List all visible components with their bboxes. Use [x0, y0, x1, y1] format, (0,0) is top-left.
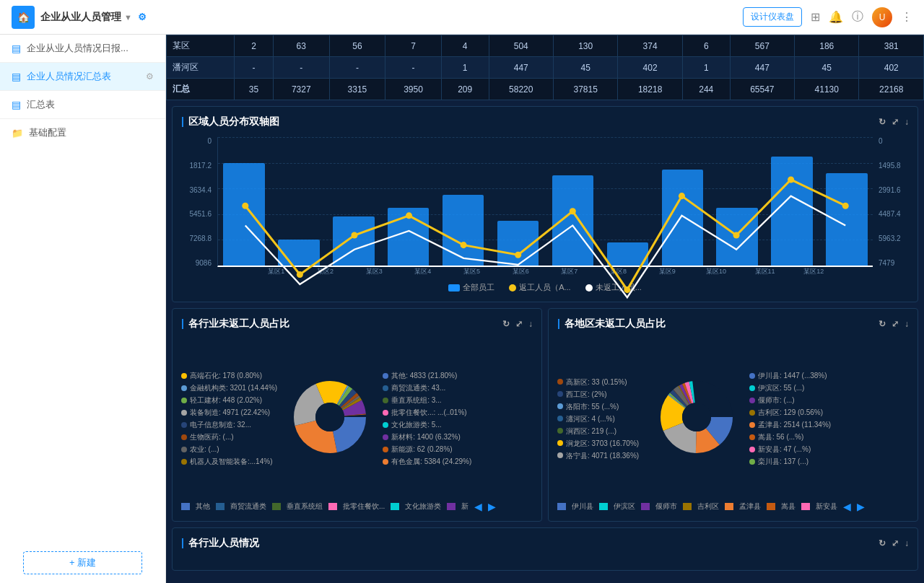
bar	[443, 195, 484, 266]
expand-icon[interactable]: ⤢	[892, 319, 899, 329]
download-icon[interactable]: ↓	[905, 319, 909, 329]
pie-legend-right-2: 伊川县: 1447 (...38%) 伊滨区: 55 (...) 偃师市: (.…	[749, 369, 831, 468]
legend-item: 装备制造: 4971 (22.42%)	[181, 406, 277, 418]
table-row-total: 汇总 3573273315395020958220 37815182182446…	[167, 79, 924, 100]
item-settings-icon[interactable]: ⚙	[146, 71, 154, 82]
more-icon[interactable]: ⋮	[901, 10, 912, 24]
legend-dot	[509, 284, 516, 292]
chart-action-icons: ↻ ⤢ ↓	[502, 319, 533, 329]
refresh-icon[interactable]: ↻	[502, 319, 510, 329]
folder-icon: 📁	[12, 128, 23, 139]
industry-pie-container: 各行业未返工人员占比 ↻ ⤢ ↓ 高端石化: 178 (0.80%) 金融机构类…	[172, 308, 542, 522]
svg-point-3	[682, 403, 711, 431]
legend-item: 文化旅游类: 5...	[383, 418, 471, 431]
sidebar-item-daily-report[interactable]: ▤ 企业从业人员情况日报...	[0, 35, 165, 63]
legend-item: 洛宁县: 4071 (18.36%)	[557, 450, 644, 462]
svg-point-1	[315, 403, 344, 431]
table-view-icon[interactable]: ⊞	[811, 10, 820, 24]
data-table: 某区 2635674504 1303746567186381 潘河区 ----1…	[166, 35, 924, 100]
bar-group	[547, 137, 599, 266]
industry-pie-title: 各行业未返工人员占比 ↻ ⤢ ↓	[181, 317, 533, 330]
legend-item: 瀍河区: 4 (...%)	[557, 413, 644, 425]
table-icon: ▤	[12, 71, 21, 82]
legend-item: 栾川县: 137 (...)	[749, 455, 831, 468]
bar	[223, 163, 265, 266]
refresh-icon[interactable]: ↻	[879, 319, 886, 329]
legend-item: 生物医药: (...)	[181, 431, 277, 443]
help-icon[interactable]: ⓘ	[852, 9, 863, 25]
legend-color	[448, 284, 460, 292]
sidebar-bottom: + 新建	[0, 534, 165, 583]
dropdown-icon[interactable]: ▼	[124, 13, 132, 22]
bar	[607, 242, 649, 266]
expand-icon[interactable]: ⤢	[515, 319, 523, 329]
bar	[333, 216, 375, 266]
legend-item: 电子信息制造: 32...	[181, 418, 277, 431]
legend-item: 涧西区: 219 (...)	[557, 425, 644, 437]
legend-item: 农业: (...)	[181, 443, 277, 455]
legend-scroll-right-2[interactable]: ▶	[857, 501, 865, 512]
avatar[interactable]: U	[872, 7, 892, 27]
home-button[interactable]: 🏠	[12, 6, 35, 29]
pie-svg-wrapper	[283, 370, 377, 467]
industry-pie-area: 高端石化: 178 (0.80%) 金融机构类: 3201 (14.44%) 轻…	[181, 339, 533, 498]
bar	[278, 240, 320, 266]
legend-color	[272, 503, 281, 510]
bars-area	[217, 137, 873, 267]
main-layout: ▤ 企业从业人员情况日报... ▤ 企业人员情况汇总表 ⚙ ▤ 汇总表 📁 基础…	[0, 35, 924, 583]
x-label: 某区4	[400, 267, 446, 276]
legend-scroll-right[interactable]: ▶	[488, 501, 496, 512]
download-icon[interactable]: ↓	[905, 538, 909, 548]
legend-item: 批零住餐饮...: ...(..01%)	[383, 406, 471, 418]
content-area: 某区 2635674504 1303746567186381 潘河区 ----1…	[166, 35, 924, 583]
chart-legend: 全部员工 返工人员（A... 未返工人员...	[181, 282, 909, 293]
settings-icon[interactable]: ⚙	[138, 12, 147, 22]
pie-chart-svg	[283, 370, 377, 464]
legend-item: 吉利区: 129 (0.56%)	[749, 406, 831, 418]
sidebar-item-summary[interactable]: ▤ 汇总表	[0, 91, 165, 119]
download-icon[interactable]: ↓	[905, 117, 909, 127]
chart-title-text: 各行业人员情况	[181, 537, 259, 550]
legend-item: 孟津县: 2514 (11.34%)	[749, 418, 831, 431]
legend-item: 商贸流通类: 43...	[383, 382, 471, 394]
bar	[826, 173, 868, 266]
refresh-icon[interactable]: ↻	[879, 117, 886, 127]
sidebar-folder-basic-config[interactable]: 📁 基础配置	[0, 119, 165, 146]
bar-group	[766, 137, 818, 266]
legend-scroll-left[interactable]: ◀	[474, 501, 482, 512]
sidebar-item-summary-table[interactable]: ▤ 企业人员情况汇总表 ⚙	[0, 63, 165, 91]
legend-color	[599, 503, 608, 510]
legend-item: 洛阳市: 55 (...%)	[557, 400, 644, 413]
refresh-icon[interactable]: ↻	[879, 538, 886, 548]
design-dashboard-button[interactable]: 设计仪表盘	[743, 7, 802, 27]
bar-group	[821, 137, 873, 266]
x-axis-labels: 某区1 某区2 某区3 某区4 某区5 某区6 某区7 某区8 某区9 某区10…	[217, 267, 873, 276]
legend-item: 高端石化: 178 (0.80%)	[181, 369, 277, 382]
legend-item: 西工区: (2%)	[557, 388, 644, 400]
x-label: 某区12	[790, 267, 837, 276]
region-pie-title: 各地区未返工人员占比 ↻ ⤢ ↓	[557, 317, 909, 330]
legend-color	[557, 503, 566, 510]
bottom-legend-bar-2: 伊川县 伊滨区 偃师市 吉利区 孟津县 嵩县 新安县 ◀ ▶	[557, 498, 909, 512]
legend-color	[683, 503, 692, 510]
bar	[771, 157, 813, 266]
legend-item: 新能源: 62 (0.28%)	[383, 443, 471, 455]
legend-scroll-left-2[interactable]: ◀	[843, 501, 851, 512]
dual-axis-chart-title: 区域人员分布双轴图 ↻ ⤢ ↓	[181, 115, 909, 128]
summary-icon: ▤	[12, 99, 21, 110]
bell-icon[interactable]: 🔔	[829, 10, 843, 24]
bar	[716, 208, 758, 266]
new-button[interactable]: + 新建	[23, 551, 142, 574]
download-icon[interactable]: ↓	[528, 319, 533, 329]
chart-title-text: 各地区未返工人员占比	[557, 317, 666, 330]
table-row: 潘河区 ----1447 45402144745402	[167, 57, 924, 79]
header-actions: 设计仪表盘 ⊞ 🔔 ⓘ U ⋮	[743, 7, 912, 27]
bar-group	[437, 137, 489, 266]
legend-item-not-return: 未返工人员...	[585, 282, 642, 293]
bar-group	[656, 137, 708, 266]
pie-legend-right: 其他: 4833 (21.80%) 商贸流通类: 43... 垂直系统组: 3.…	[383, 369, 471, 468]
legend-item: 伊滨区: 55 (...)	[749, 382, 831, 394]
expand-icon[interactable]: ⤢	[892, 117, 899, 127]
chart-action-icons: ↻ ⤢ ↓	[879, 117, 909, 127]
expand-icon[interactable]: ⤢	[892, 538, 899, 548]
